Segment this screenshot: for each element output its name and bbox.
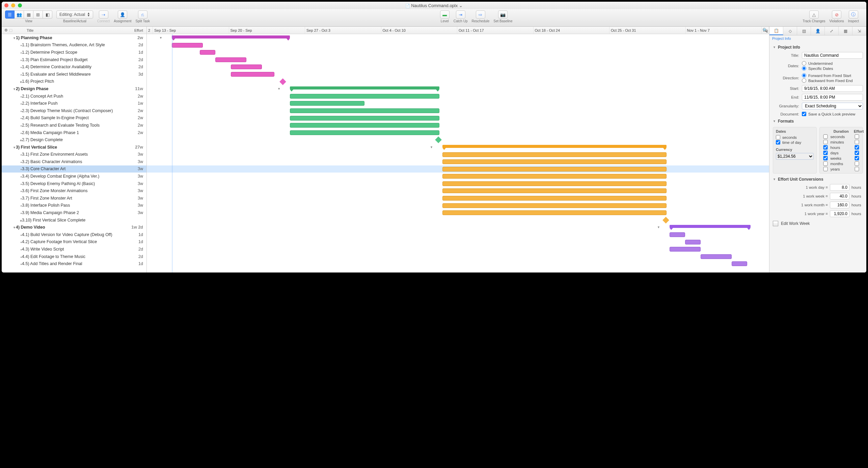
gantt-task-bar[interactable] xyxy=(442,210,667,215)
task-row[interactable]: ●2.6) Media Campaign Phase 12w xyxy=(2,129,146,136)
gantt-summary-bar[interactable] xyxy=(670,225,751,228)
task-row[interactable]: ●3.7) First Zone Monster Art3w xyxy=(2,194,146,202)
direction-forward-radio[interactable] xyxy=(802,73,806,78)
task-row[interactable]: ●2.5) Research and Evaluate Testing Tool… xyxy=(2,122,146,129)
direction-backward-radio[interactable] xyxy=(802,78,806,83)
disclosure-triangle-icon[interactable]: ▼ xyxy=(13,226,16,229)
gantt-body[interactable]: ▼▼▼▼ xyxy=(147,34,769,272)
dur-months-check[interactable] xyxy=(822,161,829,166)
gantt-task-bar[interactable] xyxy=(442,181,667,186)
gantt-row[interactable] xyxy=(147,253,769,260)
eff-hours-check[interactable] xyxy=(854,145,860,150)
task-row[interactable]: ▼1) Planning Phase2w xyxy=(2,34,146,42)
gantt-summary-bar[interactable] xyxy=(442,145,667,148)
task-row[interactable]: ◆2.7) Design Complete xyxy=(2,136,146,144)
baseline-selector[interactable]: Editing: Actual ▲▼ xyxy=(56,10,93,19)
granularity-select[interactable]: Exact Scheduling xyxy=(802,103,863,109)
dur-hours-check[interactable] xyxy=(822,145,829,150)
gantt-disclosure-icon[interactable]: ▼ xyxy=(430,146,433,149)
dur-seconds-check[interactable] xyxy=(822,134,829,139)
gantt-task-bar[interactable] xyxy=(290,130,439,135)
gantt-task-bar[interactable] xyxy=(442,174,667,179)
gantt-row[interactable] xyxy=(147,63,769,71)
gantt-row[interactable] xyxy=(147,165,769,173)
task-row[interactable]: ●4.2) Capture Footage from Vertical Slic… xyxy=(2,238,146,246)
eff-months-check[interactable] xyxy=(854,161,860,166)
timeline-week-header[interactable]: Oct 18 - Oct 24 xyxy=(534,27,610,34)
gantt-row[interactable] xyxy=(147,180,769,187)
gantt-row[interactable] xyxy=(147,158,769,165)
timeline-week-header[interactable]: Oct 11 - Oct 17 xyxy=(457,27,534,34)
gantt-row[interactable]: ▼ xyxy=(147,34,769,42)
gantt-task-bar[interactable] xyxy=(442,152,667,157)
gantt-row[interactable]: ▼ xyxy=(147,144,769,151)
gantt-row[interactable] xyxy=(147,260,769,267)
task-row[interactable]: ●1.4) Determine Contractor Availability2… xyxy=(2,63,146,71)
task-row[interactable]: ●3.6) First Zone Monster Animations3w xyxy=(2,187,146,194)
eff-seconds-check[interactable] xyxy=(854,134,860,139)
gantt-row[interactable]: ▼ xyxy=(147,224,769,231)
task-row[interactable]: ●2.1) Concept Art Push2w xyxy=(2,93,146,100)
task-row[interactable]: ●4.3) Write Video Script2d xyxy=(2,245,146,253)
section-conversions[interactable]: ▼Effort Unit Conversions xyxy=(769,176,866,183)
dur-minutes-check[interactable] xyxy=(822,140,829,144)
gantt-milestone-diamond[interactable] xyxy=(280,78,287,85)
inspector-tab-milestones[interactable]: ◇ xyxy=(783,27,797,35)
conversion-value-field[interactable] xyxy=(830,202,849,208)
inspector-tab-project[interactable]: 📋 xyxy=(769,27,783,35)
inspector-tab-task[interactable]: ⤢ xyxy=(825,27,839,35)
gantt-row[interactable]: ▼ xyxy=(147,85,769,93)
title-column-header[interactable]: Title xyxy=(13,28,126,32)
project-title-field[interactable] xyxy=(802,52,863,59)
task-row[interactable]: ●2.3) Develop Theme Music (Contract Comp… xyxy=(2,107,146,114)
gantt-row[interactable] xyxy=(147,71,769,78)
edit-work-week-button[interactable]: Edit Work Week xyxy=(769,218,866,229)
setbaseline-button[interactable]: 📷 xyxy=(498,10,508,19)
task-row[interactable]: ●1.2) Determine Project Scope1d xyxy=(2,49,146,56)
task-row[interactable]: ●2.2) Interface Push1w xyxy=(2,100,146,107)
gantt-task-bar[interactable] xyxy=(442,196,667,201)
minimize-icon[interactable] xyxy=(11,3,15,7)
gantt-task-bar[interactable] xyxy=(670,247,701,252)
task-row[interactable]: ●1.1) Brainstorm Themes, Audience, Art S… xyxy=(2,42,146,49)
disclosure-triangle-icon[interactable]: ▼ xyxy=(13,87,16,91)
note-column-icon[interactable]: ▢ xyxy=(8,28,13,32)
level-button[interactable]: ▬ xyxy=(440,10,450,19)
zoom-icon[interactable] xyxy=(18,3,22,7)
gantt-task-bar[interactable] xyxy=(200,50,215,55)
eff-minutes-check[interactable] xyxy=(854,140,860,144)
section-project-info[interactable]: ▼Project Info xyxy=(769,44,866,51)
eff-years-check[interactable] xyxy=(854,167,860,171)
gantt-row[interactable] xyxy=(147,129,769,136)
task-row[interactable]: ●3.3) Core Character Art3w xyxy=(2,165,146,173)
gantt-row[interactable] xyxy=(147,231,769,238)
task-row[interactable]: ▼2) Design Phase11w xyxy=(2,85,146,93)
task-row[interactable]: ▼4) Demo Video1w 2d xyxy=(2,224,146,231)
inspector-tab-custom[interactable]: ▦ xyxy=(839,27,852,35)
view-calendar-button[interactable]: ▦ xyxy=(24,10,33,19)
conversion-value-field[interactable] xyxy=(830,184,849,191)
disclosure-triangle-icon[interactable]: ▼ xyxy=(13,36,16,40)
dur-days-check[interactable] xyxy=(822,151,829,155)
gantt-row[interactable] xyxy=(147,42,769,49)
search-icon[interactable]: 🔍 xyxy=(762,28,768,33)
timeline-week-header[interactable]: Nov 1 - Nov 7 xyxy=(686,27,762,34)
task-row[interactable]: ●3.5) Develop Enemy Pathing AI (Basic)3w xyxy=(2,180,146,187)
gantt-task-bar[interactable] xyxy=(290,123,439,128)
timeline-week-header[interactable]: Oct 25 - Oct 31 xyxy=(609,27,686,34)
gantt-row[interactable] xyxy=(147,151,769,158)
gantt-row[interactable] xyxy=(147,245,769,253)
conversion-value-field[interactable] xyxy=(830,193,849,200)
track-changes-button[interactable]: △ xyxy=(809,10,819,19)
gantt-row[interactable] xyxy=(147,49,769,56)
catchup-button[interactable]: ⇥ xyxy=(456,10,465,19)
gantt-disclosure-icon[interactable]: ▼ xyxy=(657,226,660,229)
task-row[interactable]: ●2.4) Build Sample In-Engine Project2w xyxy=(2,114,146,122)
inspect-button[interactable]: ⓘ xyxy=(849,10,858,19)
task-row[interactable]: ●4.1) Build Version for Video Capture (D… xyxy=(2,231,146,238)
gantt-row[interactable] xyxy=(147,194,769,202)
conversion-value-field[interactable] xyxy=(830,210,849,217)
document-title[interactable]: Nautilus Command.oplx ⌄ xyxy=(2,3,866,8)
gantt-task-bar[interactable] xyxy=(290,101,364,106)
gantt-row[interactable] xyxy=(147,216,769,224)
